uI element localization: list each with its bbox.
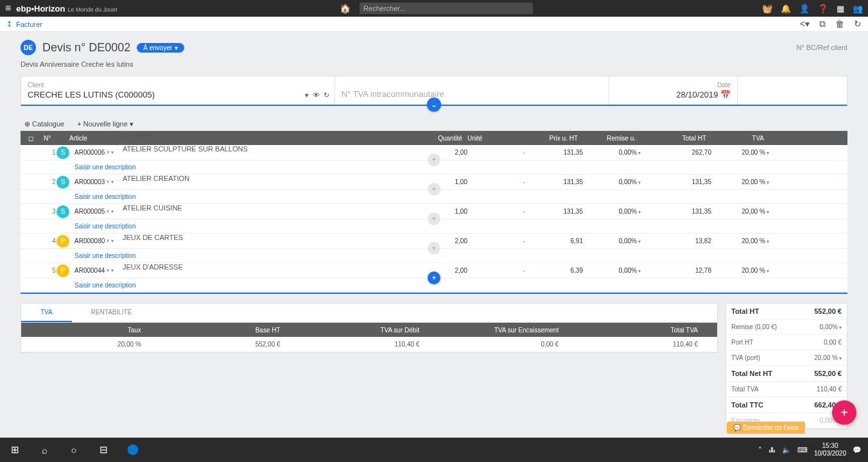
pu-cell[interactable]: 6,91 — [528, 237, 586, 244]
unit-cell[interactable]: - — [470, 237, 528, 244]
table-row-desc: Saisir une description+ — [21, 190, 847, 204]
clear-icon[interactable]: × — [106, 178, 110, 185]
clear-icon[interactable]: × — [106, 237, 110, 244]
article-description[interactable]: ATELIER CREATION — [120, 175, 422, 182]
menu-icon[interactable]: ≡ — [5, 3, 11, 14]
article-dropdown-icon[interactable]: ▾ — [111, 150, 114, 155]
start-button[interactable]: ⊞ — [0, 438, 30, 462]
tva-cell[interactable]: 20,00 %▾ — [714, 149, 772, 156]
article-dropdown-icon[interactable]: ▾ — [111, 238, 114, 244]
description-input[interactable]: Saisir une description — [74, 282, 136, 289]
tva-cell[interactable]: 20,00 %▾ — [714, 208, 772, 215]
article-code[interactable]: AR000044 — [74, 267, 105, 274]
remise-dropdown-icon[interactable]: ▾ — [839, 325, 842, 330]
article-code[interactable]: AR000080 — [74, 237, 105, 244]
tva-intra-input[interactable]: N° TVA intracommunautaire — [342, 89, 602, 99]
clear-icon[interactable]: × — [106, 267, 110, 274]
article-code[interactable]: AR000005 — [74, 208, 105, 215]
tab-rentabilite[interactable]: RENTABILITÉ — [72, 304, 152, 322]
clear-icon[interactable]: × — [106, 149, 110, 156]
pu-cell[interactable]: 6,39 — [528, 267, 586, 274]
remise-cell[interactable]: 0,00%▾ — [586, 237, 643, 244]
cortana-button[interactable]: ○ — [59, 438, 89, 462]
taskview-button[interactable]: ⊟ — [89, 438, 118, 462]
tray-notifications-icon[interactable]: 💬 — [853, 446, 862, 454]
catalogue-button[interactable]: ⊕ Catalogue — [24, 120, 64, 128]
nouvelle-ligne-button[interactable]: + Nouvelle ligne ▾ — [77, 120, 134, 128]
help-button[interactable]: 💬 Demander de l'aide — [727, 422, 805, 434]
tray-network-icon[interactable]: 🖧 — [768, 446, 776, 454]
tray-volume-icon[interactable]: 🔈 — [782, 446, 791, 454]
apps-icon[interactable]: ▦ — [837, 4, 844, 13]
tab-tva[interactable]: TVA — [21, 304, 72, 322]
share-icon[interactable]: <▾ — [800, 19, 810, 29]
add-row-button[interactable]: + — [428, 242, 440, 255]
article-dropdown-icon[interactable]: ▾ — [111, 268, 114, 273]
article-dropdown-icon[interactable]: ▾ — [111, 209, 114, 214]
clear-icon[interactable]: × — [106, 208, 110, 215]
remise-cell[interactable]: 0,00%▾ — [586, 208, 643, 215]
add-row-button[interactable]: + — [428, 183, 440, 196]
client-dropdown-icon[interactable]: ▾ — [305, 91, 309, 99]
pu-cell[interactable]: 131,35 — [528, 178, 586, 185]
tva-cell[interactable]: 20,00 %▾ — [714, 267, 772, 274]
client-view-icon[interactable]: 👁 — [313, 91, 320, 99]
bell-icon[interactable]: 🔔 — [781, 4, 791, 13]
ref-client[interactable]: N° BC/Ref client — [796, 44, 847, 51]
article-description[interactable]: ATELIER SCULPTURE SUR BALLONS — [120, 145, 422, 153]
history-icon[interactable]: ↻ — [854, 19, 862, 29]
user-icon[interactable]: 👤 — [799, 4, 810, 13]
edge-button[interactable] — [118, 438, 148, 462]
tvaport-dropdown-icon[interactable]: ▾ — [839, 355, 842, 361]
grid-header: ◻ N° Article Description Quantité Unité … — [21, 131, 847, 145]
unit-cell[interactable]: - — [470, 149, 528, 156]
article-description[interactable]: JEUX D'ADRESSE — [120, 263, 422, 271]
doc-description: Devis Anniversaire Creche les lutins — [21, 60, 847, 68]
facturer-link[interactable]: Facturer — [16, 21, 42, 28]
description-input[interactable]: Saisir une description — [74, 164, 136, 171]
group-icon[interactable]: 👥 — [853, 4, 863, 13]
clock[interactable]: 15:3010/03/2020 — [814, 442, 846, 458]
unit-cell[interactable]: - — [470, 267, 528, 274]
article-description[interactable]: JEUX DE CARTES — [120, 234, 422, 241]
fab-add-button[interactable]: + — [832, 400, 856, 425]
description-input[interactable]: Saisir une description — [74, 193, 136, 200]
status-badge[interactable]: À envoyer▾ — [137, 43, 184, 53]
add-row-button[interactable]: + — [428, 212, 440, 225]
tva-cell[interactable]: 20,00 %▾ — [714, 178, 772, 185]
pu-cell[interactable]: 131,35 — [528, 208, 586, 215]
pu-cell[interactable]: 131,35 — [528, 149, 586, 156]
type-badge: S — [56, 176, 69, 189]
home-icon[interactable]: 🏠 — [340, 3, 351, 13]
article-dropdown-icon[interactable]: ▾ — [111, 179, 114, 185]
tray-lang-icon[interactable]: ⌨ — [797, 446, 808, 454]
add-row-button[interactable]: + — [428, 153, 440, 166]
add-row-button[interactable]: + — [428, 271, 440, 284]
expand-header-button[interactable]: ⌄ — [427, 98, 441, 112]
select-all-checkbox[interactable]: ◻ — [26, 135, 41, 142]
article-description[interactable]: ATELIER CUISINE — [120, 204, 422, 212]
client-refresh-icon[interactable]: ↻ — [324, 91, 329, 99]
delete-icon[interactable]: 🗑 — [835, 19, 844, 29]
table-row-desc: Saisir une description+ — [21, 249, 847, 263]
facturer-icon[interactable]: ↥ — [6, 20, 12, 28]
title-bar: DE Devis n° DE0002 À envoyer▾ N° BC/Ref … — [21, 40, 847, 55]
description-input[interactable]: Saisir une description — [74, 223, 136, 230]
client-value[interactable]: CRECHE LES LUTINS (C000005) — [28, 90, 328, 99]
remise-cell[interactable]: 0,00%▾ — [586, 267, 643, 274]
date-value[interactable]: 28/10/2019 📅 — [616, 90, 731, 99]
remise-cell[interactable]: 0,00%▾ — [586, 149, 643, 156]
remise-cell[interactable]: 0,00%▾ — [586, 178, 643, 185]
basket-icon[interactable]: 🧺 — [762, 4, 772, 13]
description-input[interactable]: Saisir une description — [74, 252, 136, 259]
tray-up-icon[interactable]: ˄ — [758, 446, 762, 454]
copy-icon[interactable]: ⧉ — [819, 19, 826, 29]
help-icon[interactable]: ❓ — [818, 4, 828, 13]
unit-cell[interactable]: - — [470, 208, 528, 215]
tva-cell[interactable]: 20,00 %▾ — [714, 237, 772, 244]
unit-cell[interactable]: - — [470, 178, 528, 185]
article-code[interactable]: AR000006 — [74, 149, 105, 156]
search-input[interactable] — [360, 3, 533, 14]
search-button[interactable]: ⌕ — [30, 438, 59, 462]
article-code[interactable]: AR000003 — [74, 178, 105, 185]
